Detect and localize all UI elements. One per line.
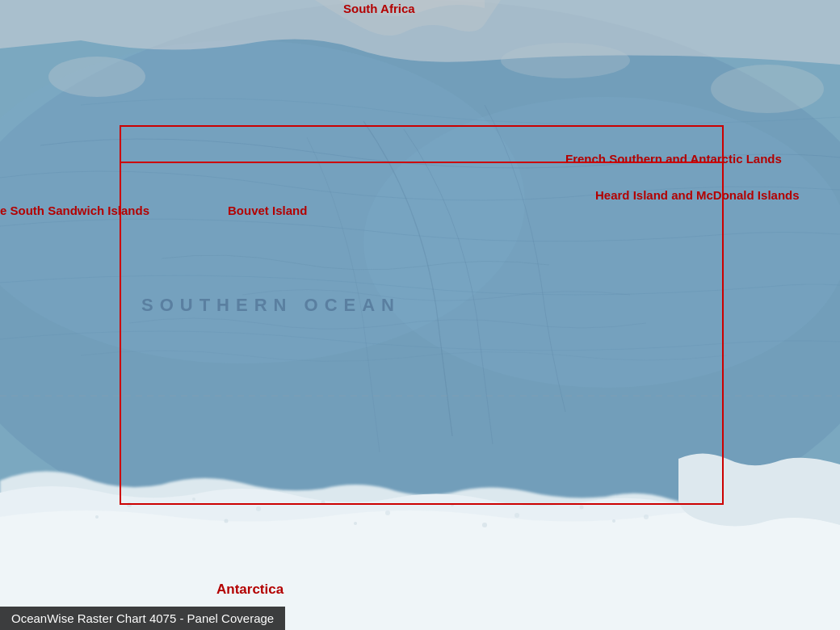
status-bar: OceanWise Raster Chart 4075 - Panel Cove…	[0, 607, 285, 630]
map-container: South Africa e South Sandwich Islands Bo…	[0, 0, 840, 630]
svg-point-13	[95, 515, 99, 519]
svg-point-9	[451, 503, 454, 506]
svg-point-7	[321, 501, 326, 505]
svg-point-17	[612, 519, 615, 523]
svg-point-22	[501, 43, 630, 78]
svg-point-16	[482, 523, 487, 527]
svg-point-10	[514, 513, 519, 518]
svg-point-20	[48, 57, 145, 97]
svg-point-15	[354, 522, 357, 525]
svg-point-5	[192, 498, 195, 501]
status-bar-text: OceanWise Raster Chart 4075 - Panel Cove…	[11, 611, 274, 625]
svg-point-12	[644, 514, 649, 519]
svg-point-3	[363, 97, 840, 388]
map-svg	[0, 0, 840, 630]
svg-point-21	[711, 65, 824, 113]
svg-point-6	[256, 506, 261, 511]
svg-point-8	[385, 510, 390, 515]
svg-point-11	[580, 506, 584, 510]
svg-point-14	[225, 519, 229, 523]
svg-point-4	[127, 502, 132, 507]
